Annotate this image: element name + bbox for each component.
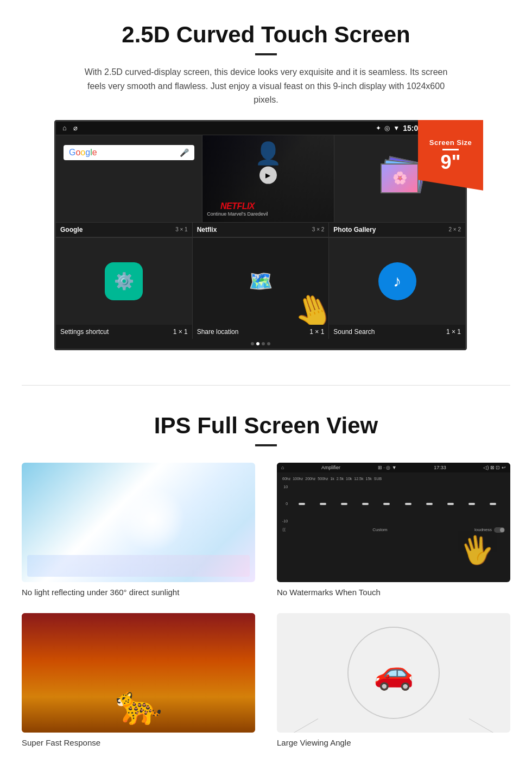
angle-line-left bbox=[290, 718, 318, 733]
freq-100hz: 100hz bbox=[293, 477, 303, 481]
angle-line-right bbox=[469, 718, 497, 733]
netflix-subtitle: Continue Marvel's Daredevil bbox=[207, 211, 268, 217]
share-label-cell: Share location 1 × 1 bbox=[193, 325, 330, 339]
feature-sunlight: No light reflecting under 360° direct su… bbox=[22, 463, 255, 597]
cheetah-icon: 🐆 bbox=[115, 683, 162, 727]
photo-label: Photo Gallery bbox=[333, 226, 376, 234]
car-caption: Large Viewing Angle bbox=[277, 738, 510, 747]
amp-scale: 100-10 bbox=[280, 484, 507, 524]
custom-label: Custom bbox=[372, 527, 388, 532]
car-image: 🚗 bbox=[277, 613, 510, 733]
cheetah-image-box: 🐆 bbox=[22, 613, 255, 733]
freq-15k: 15k bbox=[365, 477, 371, 481]
freq-10k: 10k bbox=[346, 477, 352, 481]
sunlight-glow bbox=[120, 487, 185, 552]
amp-freq-labels: 60hz 100hz 200hz 500hz 1k 2.5k 10k 12.5k… bbox=[280, 476, 507, 482]
badge-size: 9" bbox=[440, 153, 460, 172]
netflix-size: 3 × 2 bbox=[312, 226, 325, 232]
netflix-label-text: Netflix bbox=[197, 226, 217, 234]
section-divider-line bbox=[22, 385, 510, 386]
amp-header: ⌂ Amplifier ⊞ · ◎ ▼ 17:33 ◁) ⊠ ⊡ ↩ bbox=[277, 463, 510, 472]
mic-icon[interactable]: 🎤 bbox=[180, 148, 189, 157]
sunlight-image-box bbox=[22, 463, 255, 582]
netflix-label: NETFLIX Continue Marvel's Daredevil bbox=[207, 201, 268, 217]
settings-size: 1 × 1 bbox=[173, 328, 188, 336]
status-bar: ⌂ ⌀ ✦ ◎ ▼ 15:06 ⊟ ◁) ⊠ ⊡ bbox=[56, 122, 465, 135]
car-circle: 🚗 bbox=[347, 627, 440, 719]
google-cell[interactable]: Google 🎤 bbox=[56, 135, 202, 222]
amplifier-caption: No Watermarks When Touch bbox=[277, 588, 510, 597]
freq-60hz: 60hz bbox=[282, 477, 290, 481]
title-divider bbox=[255, 53, 277, 55]
bottom-app-grid: ⚙️ 🗺️ 🤚 ♪ bbox=[56, 237, 465, 325]
amp-home-icon: ⌂ bbox=[281, 465, 284, 470]
usb-icon: ⌀ bbox=[73, 124, 78, 132]
curved-title: 2.5D Curved Touch Screen bbox=[33, 22, 499, 48]
netflix-logo: NETFLIX bbox=[207, 201, 268, 211]
sound-search-cell[interactable]: ♪ bbox=[329, 238, 465, 325]
bottom-labels: Settings shortcut 1 × 1 Share location 1… bbox=[56, 325, 465, 339]
app-labels-top: Google 3 × 1 Netflix 3 × 2 Photo Gallery… bbox=[56, 222, 465, 237]
feature-amplifier: ⌂ Amplifier ⊞ · ◎ ▼ 17:33 ◁) ⊠ ⊡ ↩ 60hz … bbox=[277, 463, 510, 597]
top-app-grid: Google 🎤 👤 ▶ NETFLIX Continue Marvel's D… bbox=[56, 135, 465, 222]
hand-on-sliders: 🖐️ bbox=[458, 532, 496, 569]
photo-size: 2 × 2 bbox=[448, 226, 461, 232]
loudness-toggle[interactable] bbox=[494, 527, 505, 533]
sunlight-caption: No light reflecting under 360° direct su… bbox=[22, 588, 255, 597]
car-icon: 🚗 bbox=[373, 653, 414, 692]
photo-label-cell: Photo Gallery 2 × 2 bbox=[329, 223, 465, 237]
car-image-box: 🚗 bbox=[277, 613, 510, 733]
settings-icon: ⚙️ bbox=[105, 262, 143, 300]
dot-4 bbox=[267, 342, 270, 345]
curved-section: 2.5D Curved Touch Screen With 2.5D curve… bbox=[0, 0, 532, 369]
android-screen: ⌂ ⌀ ✦ ◎ ▼ 15:06 ⊟ ◁) ⊠ ⊡ bbox=[54, 120, 467, 350]
cheetah-image: 🐆 bbox=[22, 613, 255, 733]
maps-cell[interactable]: 🗺️ 🤚 bbox=[193, 238, 330, 325]
person-silhouette: 👤 bbox=[255, 141, 282, 166]
amplifier-image: ⌂ Amplifier ⊞ · ◎ ▼ 17:33 ◁) ⊠ ⊡ ↩ 60hz … bbox=[277, 463, 510, 582]
screen-size-badge: Screen Size 9" bbox=[418, 120, 483, 191]
freq-12.5k: 12.5k bbox=[354, 477, 363, 481]
badge-label: Screen Size bbox=[429, 138, 472, 147]
photo-stack: 🌸 bbox=[378, 157, 421, 200]
google-size: 3 × 1 bbox=[175, 226, 188, 232]
google-search-bar[interactable]: Google 🎤 bbox=[64, 145, 194, 160]
dot-3 bbox=[262, 342, 265, 345]
pagination-dots bbox=[56, 339, 465, 349]
flower-icon: 🌸 bbox=[392, 171, 407, 185]
ips-section: IPS Full Screen View No light reflecting… bbox=[0, 402, 532, 757]
settings-cell[interactable]: ⚙️ bbox=[56, 238, 193, 325]
screen-wrapper: Screen Size 9" ⌂ ⌀ ✦ ◎ ▼ 15:06 ⊟ ◁) ⊠ bbox=[54, 120, 478, 350]
maps-icon: 🗺️ bbox=[243, 263, 278, 299]
bluetooth-icon: ✦ bbox=[376, 124, 381, 132]
play-button[interactable]: ▶ bbox=[259, 166, 277, 184]
feature-car: 🚗 Large Viewing Angle bbox=[277, 613, 510, 747]
badge-divider bbox=[442, 149, 459, 150]
sound-label: Sound Search bbox=[333, 328, 375, 336]
dot-2 bbox=[256, 342, 259, 345]
feature-cheetah: 🐆 Super Fast Response bbox=[22, 613, 255, 747]
freq-sub: SUB bbox=[374, 477, 382, 481]
freq-500hz: 500hz bbox=[318, 477, 328, 481]
amp-title: Amplifier bbox=[321, 465, 340, 470]
sound-label-cell: Sound Search 1 × 1 bbox=[329, 325, 465, 339]
freq-200hz: 200hz bbox=[305, 477, 315, 481]
hand-gesture: 🤚 bbox=[288, 286, 329, 325]
ips-title: IPS Full Screen View bbox=[22, 413, 510, 439]
settings-label: Settings shortcut bbox=[60, 328, 109, 336]
photo-card-3: 🌸 bbox=[381, 163, 419, 193]
amp-controls: ◁) ⊠ ⊡ ↩ bbox=[483, 465, 506, 470]
curved-description: With 2.5D curved-display screen, this de… bbox=[76, 65, 456, 107]
wifi-icon: ▼ bbox=[393, 124, 400, 132]
amp-footer: ⟨⟨ Custom loudness bbox=[280, 526, 507, 534]
settings-label-cell: Settings shortcut 1 × 1 bbox=[56, 325, 193, 339]
eq-bars bbox=[290, 485, 505, 523]
sunlight-image bbox=[22, 463, 255, 582]
google-label: Google bbox=[60, 226, 83, 234]
home-icon: ⌂ bbox=[62, 124, 67, 132]
amp-time: 17:33 bbox=[434, 465, 446, 470]
freq-1k: 1k bbox=[330, 477, 334, 481]
ips-title-divider bbox=[255, 444, 277, 446]
google-label-cell: Google 3 × 1 bbox=[56, 223, 193, 237]
netflix-cell[interactable]: 👤 ▶ NETFLIX Continue Marvel's Daredevil bbox=[202, 135, 334, 222]
